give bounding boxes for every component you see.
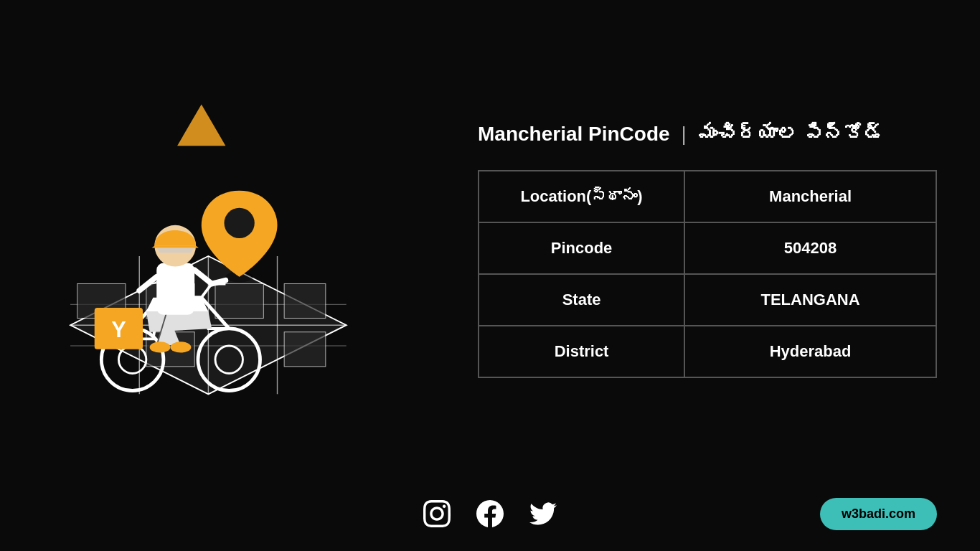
facebook-icon[interactable]: [474, 498, 506, 529]
table-label-2: State: [479, 274, 684, 326]
table-label-0: Location(స్థానం): [479, 171, 684, 222]
svg-rect-8: [215, 283, 263, 318]
table-label-3: District: [479, 326, 684, 377]
table-value-0: Mancherial: [684, 171, 936, 222]
title-telugu: మంచిర్యాల పిన్‌కోడ్: [697, 123, 884, 145]
main-content: Y: [0, 0, 980, 484]
delivery-illustration: Y: [36, 77, 395, 421]
svg-marker-15: [177, 104, 225, 146]
website-badge[interactable]: w3badi.com: [820, 498, 937, 530]
page-title: Mancherial PinCode | మంచిర్యాల పిన్‌కోడ్: [478, 120, 884, 148]
illustration-area: Y: [29, 62, 402, 435]
table-value-1: 504208: [684, 222, 936, 274]
pincode-info-table: Location(స్థానం)MancherialPincode504208S…: [478, 170, 937, 378]
svg-rect-11: [284, 283, 326, 318]
table-value-2: TELANGANA: [684, 274, 936, 326]
table-value-3: Hyderabad: [684, 326, 936, 377]
title-english: Mancherial PinCode: [478, 123, 670, 145]
table-row: Pincode504208: [479, 222, 936, 274]
footer: w3badi.com: [0, 484, 980, 551]
svg-point-14: [225, 208, 255, 238]
table-label-1: Pincode: [479, 222, 684, 274]
svg-point-24: [150, 342, 171, 352]
svg-point-25: [171, 342, 192, 352]
table-row: Location(స్థానం)Mancherial: [479, 171, 936, 222]
svg-text:Y: Y: [111, 317, 126, 342]
info-area: Mancherial PinCode | మంచిర్యాల పిన్‌కోడ్…: [478, 120, 937, 377]
svg-rect-22: [156, 263, 194, 315]
title-separator: |: [681, 123, 686, 145]
svg-rect-12: [284, 332, 326, 367]
table-row: StateTELANGANA: [479, 274, 936, 326]
social-icons: [421, 498, 559, 529]
twitter-icon[interactable]: [527, 498, 559, 529]
table-row: DistrictHyderabad: [479, 326, 936, 377]
instagram-icon[interactable]: [421, 498, 453, 529]
